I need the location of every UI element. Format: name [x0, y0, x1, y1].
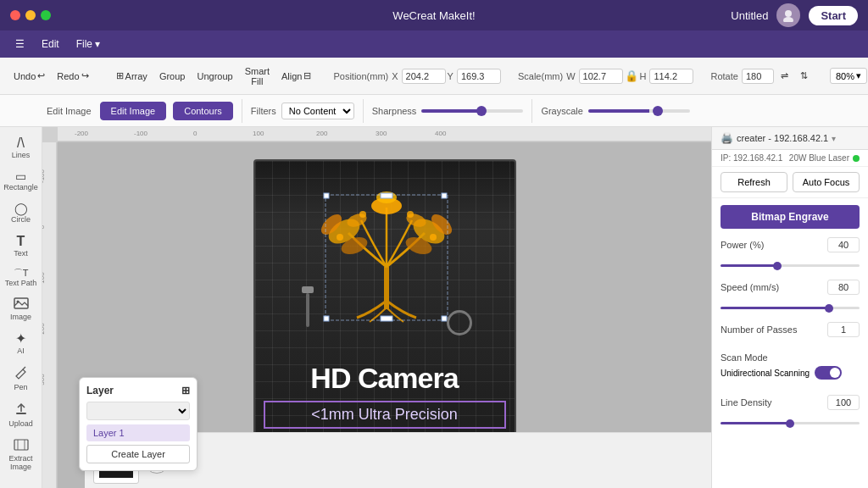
layer-panel-icon[interactable]: ⊞	[181, 385, 190, 396]
undo-button[interactable]: Undo ↩	[8, 67, 50, 85]
line-density-input[interactable]	[827, 395, 860, 410]
device-actions-row: Refresh Auto Focus	[712, 167, 868, 198]
start-button[interactable]: Start	[809, 6, 858, 25]
device-header: 🖨️ creater - 192.168.42.1 ▾	[712, 127, 868, 150]
rotate-label: Rotate	[710, 71, 737, 81]
sidebar-item-text[interactable]: T Text	[3, 230, 40, 263]
flip-v-icon: ⇅	[800, 70, 808, 81]
canvas-area[interactable]: -200 -100 0 100 200 300 400 -100 0 100 2…	[42, 127, 711, 488]
maximize-button[interactable]	[41, 10, 51, 20]
flip-h-button[interactable]: ⇌	[776, 67, 793, 85]
sidebar-item-image[interactable]: Image	[3, 293, 40, 326]
scan-mode-row: Scan Mode Unidirectional Scanning	[721, 352, 860, 380]
contours-button[interactable]: Contours	[173, 102, 233, 120]
layer-1-item[interactable]: Layer 1	[86, 424, 190, 441]
titlebar: WeCreat MakeIt! Untitled Start	[0, 0, 868, 30]
image-icon	[14, 297, 29, 312]
bitmap-engrave-button[interactable]: Bitmap Engrave	[721, 205, 860, 229]
pos-y-input[interactable]	[457, 69, 501, 84]
edit-menu[interactable]: Edit	[35, 36, 66, 53]
hamburger-icon: ☰	[15, 38, 25, 50]
svg-text:0: 0	[193, 130, 198, 137]
create-layer-button[interactable]: Create Layer	[86, 445, 190, 463]
array-icon: ⊞	[116, 70, 124, 81]
scan-mode-label: Scan Mode	[721, 352, 860, 363]
group-button[interactable]: Group	[154, 68, 191, 85]
lines-label: Lines	[12, 152, 31, 160]
device-name: creater - 192.168.42.1	[737, 133, 828, 143]
scale-h-label: H	[640, 71, 647, 81]
pen-label: Pen	[14, 384, 27, 392]
chevron-down-icon: ▾	[832, 134, 836, 143]
redo-button[interactable]: Redo ↪	[52, 67, 93, 85]
hamburger-menu[interactable]: ☰	[8, 36, 31, 53]
refresh-button[interactable]: Refresh	[721, 172, 787, 192]
sharpness-slider[interactable]	[421, 109, 523, 113]
hd-camera-text: HD Camera	[255, 362, 515, 395]
scale-w-label: W	[566, 71, 575, 81]
redo-label: Redo	[57, 71, 79, 81]
sidebar-item-circle[interactable]: ◯ Circle	[3, 198, 40, 229]
text-path-icon: ⌒T	[14, 269, 29, 278]
circle-label: Circle	[11, 216, 31, 225]
passes-label: Number of Passes	[721, 324, 827, 335]
doc-title: Untitled	[731, 9, 768, 22]
auto-focus-button[interactable]: Auto Focus	[793, 172, 860, 192]
filters-select[interactable]: No Content	[281, 103, 354, 119]
text-path-label: Text Path	[5, 280, 37, 288]
svg-point-36	[407, 211, 414, 218]
toggle-track[interactable]	[815, 366, 842, 380]
pen-icon	[14, 366, 28, 382]
edit-image-tab-label: Edit Image	[47, 106, 92, 116]
traffic-lights	[10, 10, 51, 20]
extract-image-icon	[14, 439, 29, 453]
lock-icon: 🔒	[625, 69, 638, 82]
align-button[interactable]: Align ⊟	[276, 67, 316, 85]
ungroup-button[interactable]: Ungroup	[192, 68, 237, 85]
grayscale-slider[interactable]	[588, 109, 690, 113]
engraver-preview: HD Camera <1mm Ultra Precision	[253, 159, 516, 464]
zoom-display[interactable]: 80% ▾	[830, 68, 867, 84]
rotate-input[interactable]	[742, 69, 774, 84]
arrange-group: ⊞ Array Group Ungroup Smart Fill Align ⊟	[111, 63, 317, 90]
smart-fill-button[interactable]: Smart Fill	[240, 63, 275, 90]
layer-dropdown[interactable]	[86, 402, 190, 420]
sep-st-2	[363, 99, 364, 123]
line-density-slider[interactable]	[721, 422, 860, 424]
minimize-button[interactable]	[25, 10, 36, 20]
scale-h-input[interactable]	[649, 69, 693, 84]
main-area: /\ Lines ▭ Rectangle ◯ Circle T Text ⌒T …	[0, 127, 868, 488]
sidebar-item-text-path[interactable]: ⌒T Text Path	[3, 264, 40, 292]
svg-text:-100: -100	[42, 169, 46, 183]
sidebar-item-lines[interactable]: /\ Lines	[3, 132, 40, 164]
power-input[interactable]	[827, 237, 860, 252]
sidebar-item-upload[interactable]: Upload	[3, 398, 40, 433]
power-slider[interactable]	[721, 264, 860, 267]
power-row: Power (%)	[721, 237, 860, 252]
file-menu[interactable]: File ▾	[70, 36, 108, 53]
sidebar-item-pen[interactable]: Pen	[3, 362, 40, 396]
scan-mode-value: Unidirectional Scanning	[721, 369, 810, 378]
sidebar-item-rectangle[interactable]: ▭ Rectangle	[3, 166, 40, 197]
precision-text: <1mm Ultra Precision	[264, 401, 506, 429]
close-button[interactable]	[10, 10, 20, 20]
svg-text:100: 100	[253, 130, 264, 137]
sidebar-item-extract-image[interactable]: Extract Image	[3, 435, 40, 476]
speed-slider[interactable]	[721, 307, 860, 309]
sep-st-3	[531, 99, 532, 123]
right-panel: 🖨️ creater - 192.168.42.1 ▾ IP: 192.168.…	[711, 127, 868, 488]
svg-line-4	[23, 367, 25, 369]
sidebar-item-ai[interactable]: ✦ AI	[3, 328, 40, 360]
svg-text:-200: -200	[75, 130, 89, 137]
passes-input[interactable]	[827, 322, 860, 337]
layer-panel-title: Layer ⊞	[86, 385, 190, 396]
scale-w-input[interactable]	[579, 69, 623, 84]
laser-label: 20W Blue Laser	[789, 153, 849, 163]
pos-x-input[interactable]	[402, 69, 446, 84]
avatar	[776, 3, 800, 27]
layer-panel: Layer ⊞ Layer 1 Create Layer	[79, 377, 198, 471]
array-button[interactable]: ⊞ Array	[111, 67, 153, 85]
edit-image-button[interactable]: Edit Image	[100, 102, 167, 120]
flip-v-button[interactable]: ⇅	[795, 67, 813, 85]
speed-input[interactable]	[827, 280, 860, 295]
